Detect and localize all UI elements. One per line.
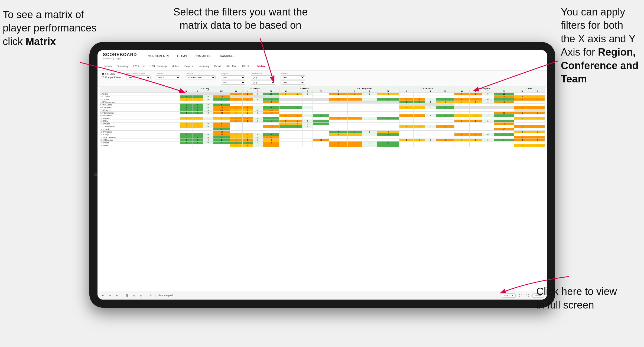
player-name-cell: 17. S De La Fuente [100, 136, 180, 139]
matrix-cell [436, 144, 454, 147]
subnav-players[interactable]: Players [182, 64, 195, 69]
matrix-cell [180, 93, 193, 95]
annotation-top-center: Select the filters you want thematrix da… [173, 5, 308, 32]
player-name-cell: 8. P Summerhays [100, 112, 180, 114]
matrix-cell [425, 112, 436, 114]
region-select1[interactable]: N/A [221, 75, 245, 79]
matrix-cell [303, 133, 313, 136]
subnav-summary[interactable]: Summary [115, 64, 131, 69]
col-header-empty [100, 87, 180, 90]
matrix-cell: 0 [203, 142, 213, 144]
matrix-cell: 0 [329, 117, 347, 120]
subnav-summary2[interactable]: Summary [196, 64, 212, 69]
toolbar-sep2 [146, 293, 146, 298]
subnav-h2hh[interactable]: H2H H... [240, 64, 255, 69]
toolbar-fullscreen[interactable]: ⛶ [525, 294, 530, 297]
matrix-cell: 2 [242, 93, 253, 95]
table-row: 5. M La Sasso1006 [100, 104, 545, 106]
toolbar-undo[interactable]: ↩ [101, 294, 106, 297]
matrix-cell: 11 [263, 93, 279, 95]
compact-view-radio[interactable] [102, 76, 104, 78]
matrix-cell [242, 101, 253, 104]
matrix-cell [242, 125, 253, 128]
matrix-cell: 11 [377, 117, 399, 120]
matrix-cell: 5 [531, 139, 545, 142]
matrix-cell: 2 [180, 139, 193, 142]
players-select2[interactable]: (All) [281, 81, 305, 85]
matrix-cell [230, 101, 242, 104]
toolbar-zoom-out[interactable]: ⊟ [132, 294, 136, 297]
subnav-h2h-grid2[interactable]: H2H Grid [224, 64, 239, 69]
logo-main-text: SCOREBOARD [103, 52, 137, 57]
subnav-detail[interactable]: Detail [212, 64, 223, 69]
matrix-cell [213, 120, 230, 123]
matrix-cell [292, 131, 303, 133]
subnav-h2h-grid[interactable]: H2H Grid [131, 64, 147, 69]
matrix-cell: 0 [303, 120, 313, 123]
matrix-cell [414, 128, 425, 131]
matrix-cell: -15 [263, 109, 279, 112]
matrix-cell [180, 120, 193, 123]
matrix-cell [514, 120, 531, 123]
matrix-cell [494, 125, 514, 128]
matrix-cell [292, 104, 303, 106]
matrix-scroll-area[interactable]: 1. W Ding 2. L Clanton 3. J Koivun 4. M … [97, 86, 547, 291]
matrix-cell: 2 [399, 139, 414, 142]
matrix-cell [470, 136, 482, 139]
subnav-matrix[interactable]: Matrix [169, 64, 181, 69]
matrix-cell [414, 120, 425, 123]
subnav-h2h-heatmap[interactable]: H2H Heatmap [147, 64, 169, 69]
matrix-cell [531, 101, 545, 104]
matrix-cell: 1 [213, 139, 230, 142]
full-view-radio[interactable] [102, 73, 104, 75]
matrix-cell [482, 109, 494, 112]
max-players-select[interactable]: Top 25 [126, 75, 151, 79]
matrix-cell [279, 112, 292, 114]
matrix-cell: 2 [230, 133, 242, 136]
matrix-cell: 1 [230, 136, 242, 139]
player-name-cell: 10. B Valdes [100, 117, 180, 120]
matrix-cell [425, 136, 436, 139]
matrix-cell: 0 [292, 106, 303, 109]
matrix-cell [292, 112, 303, 114]
matrix-cell [193, 93, 203, 95]
matrix-table: 1. W Ding 2. L Clanton 3. J Koivun 4. M … [100, 87, 545, 147]
nav-committee[interactable]: COMMITTEE [193, 54, 213, 58]
matrix-cell [531, 114, 545, 117]
division-select[interactable]: NCAA Division I [186, 75, 216, 79]
toolbar-screen[interactable]: ⛶ [518, 294, 523, 297]
subnav-matrix-active[interactable]: Matrix [255, 64, 267, 69]
matrix-cell [425, 104, 436, 106]
subnav-teams[interactable]: Teams [102, 64, 114, 69]
matrix-cell [470, 123, 482, 125]
toolbar-undo2[interactable]: ↩ [115, 294, 120, 297]
matrix-cell [362, 112, 377, 114]
matrix-cell: 0 [482, 93, 494, 95]
matrix-cell: 1 [454, 101, 470, 104]
col-t6: T [482, 90, 494, 93]
full-view-option[interactable]: Full View [102, 72, 121, 75]
toolbar-zoom-in[interactable]: ⊞ [139, 294, 144, 297]
players-select1[interactable]: (All) [281, 75, 305, 79]
nav-rankings[interactable]: RANKINGS [219, 54, 236, 58]
matrix-cell [279, 95, 292, 98]
gender-select[interactable]: Men's [156, 75, 180, 79]
conference-select2[interactable]: (All) [251, 81, 275, 85]
toolbar-redo[interactable]: ↪ [108, 294, 113, 297]
region-select2[interactable]: N/A [221, 81, 245, 85]
nav-teams[interactable]: TEAMS [175, 54, 188, 58]
matrix-cell [482, 142, 494, 144]
matrix-cell: 6 [213, 104, 230, 106]
matrix-cell [292, 139, 303, 142]
matrix-cell: 2 [531, 131, 545, 133]
matrix-cell: 0 [279, 114, 292, 117]
conference-select1[interactable]: (All) [251, 75, 275, 79]
matrix-cell [279, 109, 292, 112]
toolbar-link[interactable]: ⛓ [124, 294, 129, 297]
toolbar-settings[interactable]: ⚙ [148, 294, 153, 297]
compact-view-option[interactable]: Compact View [102, 76, 121, 79]
matrix-cell: -13 [494, 112, 514, 114]
matrix-cell: 7 [213, 142, 230, 144]
nav-tournaments[interactable]: TOURNAMENTS [145, 54, 170, 58]
watch-button[interactable]: Watch ▾ [502, 293, 516, 298]
